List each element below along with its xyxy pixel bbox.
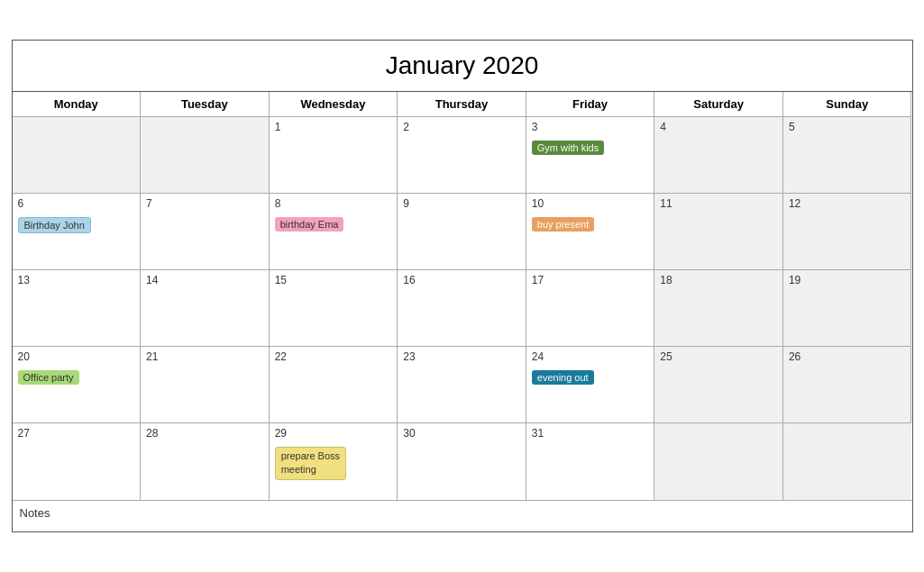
day-cell: 31 bbox=[526, 423, 655, 500]
day-cell: 30 bbox=[398, 423, 526, 500]
day-cell: 14 bbox=[141, 270, 270, 347]
day-number: 16 bbox=[403, 274, 520, 286]
day-cell: 9 bbox=[398, 194, 526, 270]
calendar-grid: MondayTuesdayWednesdayThursdayFridaySatu… bbox=[13, 92, 912, 500]
day-number: 1 bbox=[275, 121, 392, 133]
day-header-tuesday: Tuesday bbox=[141, 92, 270, 117]
day-cell: 26 bbox=[783, 347, 912, 423]
day-number: 14 bbox=[146, 274, 263, 286]
day-number: 31 bbox=[532, 427, 649, 440]
notes-row: Notes bbox=[13, 500, 912, 531]
day-cell: 12 bbox=[783, 194, 912, 270]
day-number: 3 bbox=[532, 121, 649, 133]
day-number: 15 bbox=[275, 274, 392, 286]
day-cell: 23 bbox=[398, 347, 526, 423]
day-header-friday: Friday bbox=[526, 92, 655, 117]
day-header-wednesday: Wednesday bbox=[270, 92, 398, 117]
calendar-container: January 2020 MondayTuesdayWednesdayThurs… bbox=[12, 40, 913, 532]
day-number: 27 bbox=[18, 427, 135, 440]
day-number: 5 bbox=[789, 121, 906, 133]
day-cell: 25 bbox=[654, 347, 783, 423]
day-number: 7 bbox=[146, 197, 263, 210]
day-cell: 13 bbox=[13, 270, 142, 347]
day-number: 10 bbox=[532, 197, 649, 210]
day-cell: 10buy present bbox=[526, 194, 655, 270]
notes-label: Notes bbox=[20, 506, 50, 520]
calendar-event[interactable]: Office party bbox=[18, 370, 79, 385]
day-number: 24 bbox=[532, 350, 649, 363]
day-cell: 19 bbox=[783, 270, 912, 347]
day-number: 13 bbox=[18, 274, 135, 286]
day-cell: 22 bbox=[270, 347, 398, 423]
day-cell: 15 bbox=[270, 270, 398, 347]
day-cell: 7 bbox=[141, 194, 270, 270]
day-header-sunday: Sunday bbox=[783, 92, 912, 117]
day-number: 2 bbox=[403, 121, 520, 133]
day-number: 20 bbox=[18, 350, 135, 363]
day-cell bbox=[654, 423, 783, 500]
day-number: 11 bbox=[660, 197, 777, 210]
day-cell: 20Office party bbox=[13, 347, 142, 423]
day-number: 26 bbox=[789, 350, 906, 363]
day-cell: 28 bbox=[141, 423, 270, 500]
day-number: 28 bbox=[146, 427, 263, 440]
calendar-event[interactable]: buy present bbox=[532, 217, 594, 232]
day-cell bbox=[783, 423, 912, 500]
day-cell: 5 bbox=[783, 117, 912, 194]
day-cell: 2 bbox=[398, 117, 526, 194]
day-cell: 17 bbox=[526, 270, 655, 347]
day-cell bbox=[13, 117, 142, 194]
day-cell: 27 bbox=[13, 423, 142, 500]
day-number: 19 bbox=[789, 274, 906, 286]
day-cell: 8birthday Ema bbox=[270, 194, 398, 270]
day-number: 6 bbox=[18, 197, 135, 210]
day-number: 18 bbox=[660, 274, 777, 286]
day-number: 12 bbox=[789, 197, 906, 210]
day-number: 4 bbox=[660, 121, 777, 133]
day-header-monday: Monday bbox=[13, 92, 142, 117]
calendar-event[interactable]: Gym with kids bbox=[532, 141, 604, 155]
day-cell: 4 bbox=[654, 117, 783, 194]
day-cell: 1 bbox=[270, 117, 398, 194]
day-cell: 16 bbox=[398, 270, 526, 347]
day-number: 22 bbox=[275, 350, 392, 363]
calendar-event[interactable]: prepare Boss meeting bbox=[275, 447, 346, 480]
day-number: 8 bbox=[275, 197, 392, 210]
day-cell: 29prepare Boss meeting bbox=[270, 423, 398, 500]
day-number: 29 bbox=[275, 427, 392, 440]
day-number: 30 bbox=[403, 427, 520, 440]
day-cell: 21 bbox=[141, 347, 270, 423]
calendar-event[interactable]: evening out bbox=[532, 370, 594, 385]
day-cell: 3Gym with kids bbox=[526, 117, 655, 194]
day-number: 17 bbox=[532, 274, 649, 286]
day-header-thursday: Thursday bbox=[398, 92, 526, 117]
day-cell: 18 bbox=[654, 270, 783, 347]
day-cell: 6Birthday John bbox=[13, 194, 142, 270]
calendar-event[interactable]: birthday Ema bbox=[275, 217, 344, 232]
day-header-saturday: Saturday bbox=[654, 92, 783, 117]
calendar-event[interactable]: Birthday John bbox=[18, 217, 91, 233]
calendar-title: January 2020 bbox=[13, 41, 912, 92]
day-number: 21 bbox=[146, 350, 263, 363]
day-number: 25 bbox=[660, 350, 777, 363]
day-cell: 11 bbox=[654, 194, 783, 270]
day-cell: 24evening out bbox=[526, 347, 655, 423]
day-number: 23 bbox=[403, 350, 520, 363]
day-number: 9 bbox=[403, 197, 520, 210]
day-cell bbox=[141, 117, 270, 194]
